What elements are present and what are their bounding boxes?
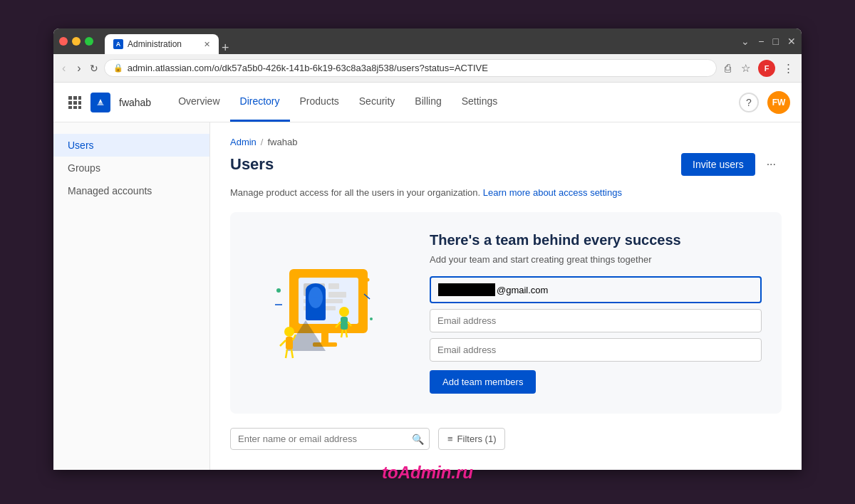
browser-window: A Administration ✕ + ⌄ − □ ✕ ‹ › ↻ 🔒 adm… xyxy=(53,28,802,470)
email-input-prefilled[interactable]: @gmail.com xyxy=(430,276,762,303)
svg-line-30 xyxy=(280,340,286,346)
svg-rect-6 xyxy=(68,106,72,109)
nav-link-directory[interactable]: Directory xyxy=(230,83,290,122)
page-header: Users Invite users ··· xyxy=(230,153,782,176)
breadcrumb-separator: / xyxy=(261,137,264,147)
breadcrumb-fwahab: fwahab xyxy=(267,137,297,147)
svg-rect-1 xyxy=(73,96,77,100)
nav-link-products[interactable]: Products xyxy=(290,83,349,122)
main-layout: Users Groups Managed accounts Admin / fw… xyxy=(53,122,802,470)
learn-more-link[interactable]: Learn more about access settings xyxy=(483,187,622,198)
svg-rect-29 xyxy=(286,337,293,350)
close-window-btn[interactable] xyxy=(59,37,68,46)
email-suffix: @gmail.com xyxy=(497,285,548,295)
sidebar-item-groups[interactable]: Groups xyxy=(53,157,209,179)
browser-toolbar-right: ⎙ ☆ F ⋮ xyxy=(722,60,796,77)
atlassian-tab-icon: A xyxy=(113,39,123,49)
svg-point-22 xyxy=(339,307,349,317)
nav-link-billing[interactable]: Billing xyxy=(405,83,451,122)
team-card-subtitle: Add your team and start creating great t… xyxy=(430,254,762,265)
filter-icon: ≡ xyxy=(447,434,453,444)
info-text: Manage product access for all the users … xyxy=(230,187,782,198)
window-action-buttons: ⌄ − □ ✕ xyxy=(741,36,796,47)
nav-link-security[interactable]: Security xyxy=(349,83,405,122)
maximize-window-btn[interactable] xyxy=(85,37,93,46)
svg-rect-8 xyxy=(78,106,81,109)
team-card: There's a team behind every success Add … xyxy=(230,212,782,414)
url-text: admin.atlassian.com/o/dk57a5b0-426k-141b… xyxy=(128,63,488,73)
tab-title-label: Administration xyxy=(128,39,182,49)
breadcrumb: Admin / fwahab xyxy=(230,137,782,147)
svg-rect-3 xyxy=(68,101,72,105)
filter-button[interactable]: ≡ Filters (1) xyxy=(438,428,505,450)
team-form: There's a team behind every success Add … xyxy=(430,232,762,394)
bookmark-icon[interactable]: ☆ xyxy=(739,60,752,77)
nav-links: Overview Directory Products Security Bil… xyxy=(168,83,507,122)
svg-rect-12 xyxy=(328,283,339,289)
tab-bar: A Administration ✕ + xyxy=(105,28,229,54)
share-icon[interactable]: ⎙ xyxy=(722,60,733,76)
svg-rect-4 xyxy=(73,101,77,105)
user-avatar[interactable]: FW xyxy=(767,91,790,114)
window-close-icon[interactable]: ✕ xyxy=(787,36,796,47)
add-team-members-button[interactable]: Add team members xyxy=(430,370,536,394)
search-input-wrapper: 🔍 xyxy=(230,428,430,450)
minimize-window-btn[interactable] xyxy=(72,37,81,46)
nav-right: ? FW xyxy=(739,91,790,114)
tab-close-btn[interactable]: ✕ xyxy=(204,40,210,49)
svg-rect-7 xyxy=(73,106,77,109)
forward-button[interactable]: › xyxy=(74,59,83,78)
search-input[interactable] xyxy=(230,428,430,450)
active-tab[interactable]: A Administration ✕ xyxy=(105,34,219,54)
browser-profile-avatar[interactable]: F xyxy=(758,60,775,77)
content-area: Admin / fwahab Users Invite users ··· Ma… xyxy=(210,122,802,470)
top-nav: fwahab Overview Directory Products Secur… xyxy=(53,83,802,122)
more-options-button[interactable]: ··· xyxy=(761,155,782,174)
title-bar: A Administration ✕ + ⌄ − □ ✕ xyxy=(53,28,802,54)
window-controls xyxy=(59,37,93,46)
browser-menu-icon[interactable]: ⋮ xyxy=(781,60,796,77)
svg-rect-16 xyxy=(321,333,328,344)
org-name[interactable]: fwahab xyxy=(119,97,151,108)
svg-point-35 xyxy=(366,278,370,281)
svg-point-28 xyxy=(284,327,294,337)
email-input-3[interactable] xyxy=(430,338,762,362)
window-chevron-icon[interactable]: ⌄ xyxy=(741,36,750,47)
nav-link-overview[interactable]: Overview xyxy=(168,83,229,122)
email-input-group: @gmail.com xyxy=(430,276,762,362)
search-filter-bar: 🔍 ≡ Filters (1) xyxy=(230,428,782,450)
team-card-title: There's a team behind every success xyxy=(430,232,762,248)
sidebar-item-users[interactable]: Users xyxy=(53,134,209,157)
search-button[interactable]: 🔍 xyxy=(412,434,424,445)
svg-rect-2 xyxy=(78,96,81,100)
svg-rect-0 xyxy=(68,96,72,100)
breadcrumb-admin[interactable]: Admin xyxy=(230,137,256,147)
address-bar: ‹ › ↻ 🔒 admin.atlassian.com/o/dk57a5b0-4… xyxy=(53,54,802,83)
new-tab-button[interactable]: + xyxy=(222,41,229,54)
page-content: fwahab Overview Directory Products Secur… xyxy=(53,83,802,470)
atlassian-logo xyxy=(90,93,110,112)
email-prefix-mask xyxy=(438,283,495,296)
nav-link-settings[interactable]: Settings xyxy=(452,83,508,122)
svg-point-34 xyxy=(276,288,281,293)
sidebar-item-managed-accounts[interactable]: Managed accounts xyxy=(53,179,209,202)
help-button[interactable]: ? xyxy=(739,93,759,112)
svg-rect-13 xyxy=(328,292,346,298)
window-minimize-icon[interactable]: − xyxy=(758,36,764,47)
page-title: Users xyxy=(230,155,681,174)
refresh-button[interactable]: ↻ xyxy=(90,63,98,74)
svg-rect-23 xyxy=(341,317,348,330)
url-bar[interactable]: 🔒 admin.atlassian.com/o/dk57a5b0-426k-14… xyxy=(104,59,717,77)
svg-point-20 xyxy=(309,287,323,308)
back-button[interactable]: ‹ xyxy=(59,59,68,78)
apps-grid-button[interactable] xyxy=(65,93,85,112)
filter-label: Filters (1) xyxy=(457,434,497,444)
svg-rect-5 xyxy=(78,101,81,105)
sidebar: Users Groups Managed accounts xyxy=(53,122,210,470)
invite-users-button[interactable]: Invite users xyxy=(681,153,755,176)
team-illustration xyxy=(250,248,407,379)
email-input-2[interactable] xyxy=(430,309,762,332)
svg-point-36 xyxy=(370,317,373,320)
lock-icon: 🔒 xyxy=(113,63,123,73)
window-resize-icon[interactable]: □ xyxy=(773,36,779,47)
